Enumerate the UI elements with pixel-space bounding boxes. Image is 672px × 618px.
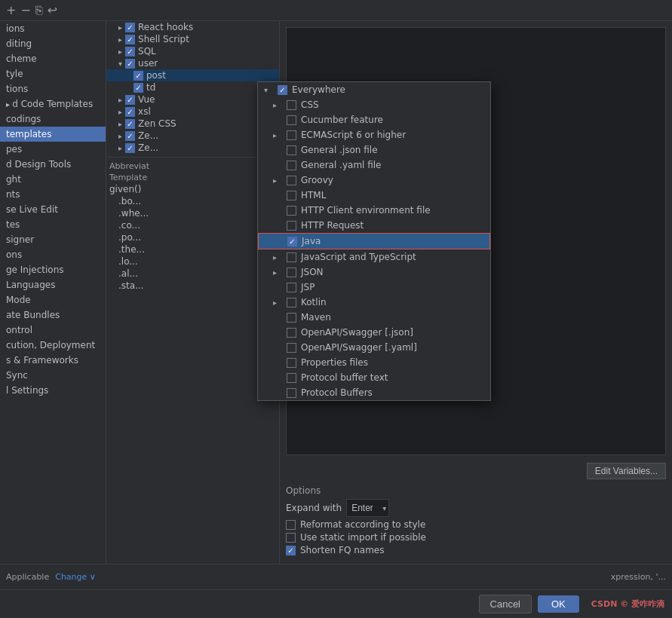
dd-checkbox-kotlin[interactable] [287, 298, 296, 307]
group-ze2[interactable]: ▸ Ze... [106, 142, 279, 154]
sidebar-item-11[interactable]: nts [0, 187, 106, 202]
group-react-hooks[interactable]: ▸ React hooks [106, 21, 279, 33]
dd-openapi-yaml[interactable]: OpenAPI/Swagger [.yaml] [258, 340, 490, 355]
checkbox-react-hooks[interactable] [125, 23, 135, 32]
dd-css[interactable]: ▸ CSS [258, 97, 490, 112]
checkbox-ze1[interactable] [125, 131, 135, 141]
sidebar-item-templates[interactable]: templates [0, 127, 106, 142]
dd-checkbox-json-file[interactable] [287, 145, 296, 155]
sidebar-item-19[interactable]: ate Bundles [0, 307, 106, 323]
item-td[interactable]: td [106, 81, 279, 93]
dd-checkbox-groovy[interactable] [287, 176, 296, 185]
dd-checkbox-properties[interactable] [287, 358, 296, 368]
undo-button[interactable]: ↩ [48, 5, 57, 17]
sidebar-item-1[interactable]: diting [0, 36, 106, 51]
sidebar-item-10[interactable]: ght [0, 172, 106, 187]
dd-http-client[interactable]: HTTP Client environment file [258, 203, 490, 218]
dd-http-request[interactable]: HTTP Request [258, 218, 490, 233]
dd-checkbox-http-request[interactable] [287, 221, 296, 231]
checkbox-xsl[interactable] [125, 107, 135, 117]
sidebar-item-15[interactable]: ons [0, 247, 106, 262]
checkbox-vue[interactable] [125, 95, 135, 105]
group-vue[interactable]: ▸ Vue [106, 93, 279, 106]
checkbox-td[interactable] [133, 83, 143, 93]
group-user[interactable]: ▾ user [106, 57, 279, 69]
sidebar-item-9[interactable]: d Design Tools [0, 157, 106, 172]
dd-js-ts[interactable]: ▸ JavaScript and TypeScript [258, 249, 490, 265]
dd-checkbox-cucumber[interactable] [287, 115, 296, 125]
given-po[interactable]: .po... [106, 231, 279, 243]
group-xsl[interactable]: ▸ xsl [106, 106, 279, 118]
sidebar-item-8[interactable]: pes [0, 142, 106, 157]
add-button[interactable]: + [6, 5, 16, 17]
dd-protobuf-text[interactable]: Protocol buffer text [258, 370, 490, 385]
dd-checkbox-maven[interactable] [287, 313, 296, 323]
dd-checkbox-java[interactable] [287, 237, 297, 246]
given-lo[interactable]: .lo... [106, 255, 279, 268]
dd-openapi-json[interactable]: OpenAPI/Swagger [.json] [258, 325, 490, 340]
dd-json[interactable]: ▸ JSON [258, 265, 490, 280]
dd-html[interactable]: HTML [258, 188, 490, 203]
dd-cucumber[interactable]: Cucumber feature [258, 112, 490, 127]
given-al[interactable]: .al... [106, 268, 279, 280]
dd-properties[interactable]: Properties files [258, 355, 490, 370]
checkbox-reformat[interactable] [286, 520, 296, 530]
sidebar-item-22[interactable]: s & Frameworks [0, 353, 106, 368]
dd-checkbox-protobuf[interactable] [287, 388, 296, 398]
dd-checkbox-json[interactable] [287, 268, 296, 277]
checkbox-ze2[interactable] [125, 143, 135, 153]
sidebar-item-17[interactable]: Languages [0, 277, 106, 292]
group-sql[interactable]: ▸ SQL [106, 45, 279, 57]
group-zen-css[interactable]: ▸ Zen CSS [106, 118, 279, 130]
dd-checkbox-yaml-file[interactable] [287, 161, 296, 170]
sidebar-item-4[interactable]: tions [0, 81, 106, 96]
edit-vars-button[interactable]: Edit Variables... [587, 463, 666, 479]
cancel-button[interactable]: Cancel [479, 595, 532, 613]
sidebar-item-sync[interactable]: Sync [0, 368, 106, 383]
checkbox-static-import[interactable] [286, 533, 296, 543]
sidebar-item-14[interactable]: signer [0, 232, 106, 247]
sidebar-item-21[interactable]: cution, Deployment [0, 338, 106, 353]
given-bo[interactable]: .bo... [106, 195, 279, 207]
sidebar-item-6[interactable]: codings [0, 112, 106, 127]
remove-button[interactable]: − [20, 5, 30, 17]
sidebar-item-live-edit[interactable]: se Live Edit [0, 202, 106, 217]
change-link[interactable]: Change ∨ [55, 572, 96, 582]
sidebar-item-18[interactable]: Mode [0, 292, 106, 307]
checkbox-zen-css[interactable] [125, 119, 135, 129]
given-whe[interactable]: .whe... [106, 207, 279, 219]
checkbox-sql[interactable] [125, 47, 135, 57]
ok-button[interactable]: OK [538, 595, 579, 613]
sidebar-item-13[interactable]: tes [0, 217, 106, 232]
dd-json-file[interactable]: General .json file [258, 142, 490, 158]
item-post[interactable]: post [106, 69, 279, 81]
dd-checkbox-jsp[interactable] [287, 283, 296, 292]
given-sta[interactable]: .sta... [106, 280, 279, 292]
expand-select[interactable]: Enter [346, 499, 389, 517]
dd-checkbox-everywhere[interactable] [278, 85, 287, 95]
group-ze1[interactable]: ▸ Ze... [106, 130, 279, 142]
dd-checkbox-ecma[interactable] [287, 130, 296, 140]
dd-ecmascript[interactable]: ▸ ECMAScript 6 or higher [258, 127, 490, 142]
sidebar-item-injections[interactable]: ge Injections [0, 262, 106, 277]
dd-jsp[interactable]: JSP [258, 280, 490, 295]
given-co[interactable]: .co... [106, 219, 279, 231]
dd-java[interactable]: Java [258, 233, 490, 249]
dd-checkbox-js-ts[interactable] [287, 252, 296, 262]
dd-checkbox-http-client[interactable] [287, 206, 296, 216]
dd-protobuf[interactable]: Protocol Buffers [258, 385, 490, 400]
dd-checkbox-openapi-yaml[interactable] [287, 343, 296, 353]
copy-button[interactable]: ⎘ [35, 5, 43, 17]
dd-yaml-file[interactable]: General .yaml file [258, 158, 490, 173]
dd-checkbox-html[interactable] [287, 191, 296, 200]
checkbox-post[interactable] [133, 71, 143, 81]
dd-checkbox-css[interactable] [287, 100, 296, 110]
sidebar-item-3[interactable]: tyle [0, 66, 106, 81]
dd-kotlin[interactable]: ▸ Kotlin [258, 295, 490, 310]
checkbox-shorten-fq[interactable] [286, 546, 296, 555]
dd-checkbox-protobuf-text[interactable] [287, 373, 296, 383]
sidebar-item-24[interactable]: l Settings [0, 383, 106, 398]
given-the[interactable]: .the... [106, 243, 279, 255]
sidebar-item-0[interactable]: ions [0, 21, 106, 36]
group-shell-script[interactable]: ▸ Shell Script [106, 33, 279, 45]
